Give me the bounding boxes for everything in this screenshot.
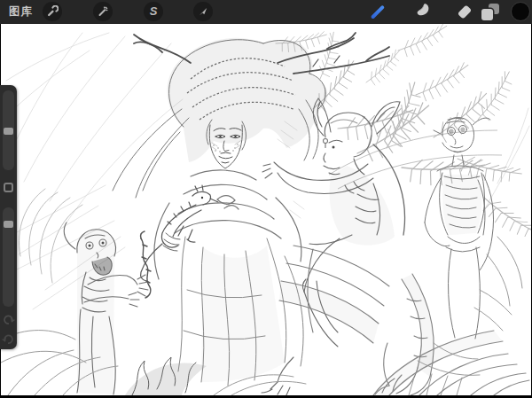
magic-wand-icon xyxy=(97,5,109,18)
erase-tool-button[interactable] xyxy=(453,0,476,24)
adjustments-button[interactable] xyxy=(93,2,113,21)
brush-opacity-handle[interactable] xyxy=(4,221,13,228)
artwork-sketch xyxy=(1,24,531,395)
eraser-icon xyxy=(458,4,472,19)
redo-arrow-icon xyxy=(2,333,15,348)
paint-tool-button[interactable] xyxy=(366,0,389,24)
selection-button[interactable]: S xyxy=(144,2,163,21)
brush-size-handle[interactable] xyxy=(4,128,13,135)
gallery-button[interactable]: 图库 xyxy=(9,0,33,24)
wrench-icon xyxy=(46,5,59,18)
modify-button[interactable] xyxy=(4,183,13,192)
layers-icon xyxy=(481,4,499,21)
color-swatch[interactable] xyxy=(511,2,530,21)
undo-arrow-icon xyxy=(2,314,15,329)
brush-opacity-slider[interactable] xyxy=(3,207,14,307)
smudge-tool-button[interactable] xyxy=(411,0,434,24)
drawing-canvas[interactable] xyxy=(1,24,531,395)
transform-button[interactable] xyxy=(193,2,213,21)
top-toolbar: 图库 S xyxy=(0,0,532,24)
arrow-cursor-icon xyxy=(197,5,209,18)
actions-button[interactable] xyxy=(43,2,62,21)
redo-button[interactable] xyxy=(2,332,15,346)
smudge-finger-icon xyxy=(414,2,432,23)
brush-size-slider[interactable] xyxy=(3,90,14,170)
brush-sidebar xyxy=(0,85,17,349)
undo-button[interactable] xyxy=(2,313,15,326)
paintbrush-icon xyxy=(371,5,385,20)
selection-s-icon: S xyxy=(150,5,158,17)
layers-button[interactable] xyxy=(479,0,502,24)
